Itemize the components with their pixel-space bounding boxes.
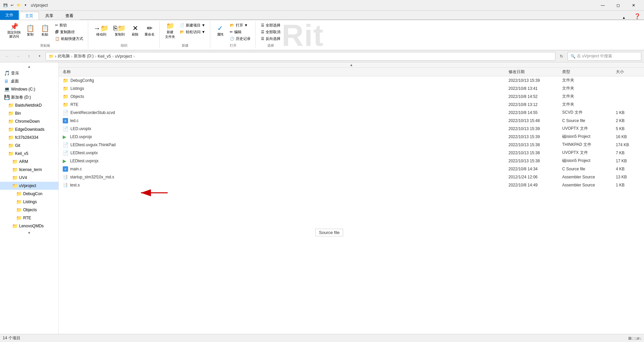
sidebar-item-keil-v5[interactable]: 📁 Keil_v5 xyxy=(0,150,58,158)
file-row[interactable]: c main.c 2022/10/8 14:34 C Source file 4… xyxy=(59,165,644,173)
paste-shortcut-button[interactable]: 📋 粘贴快捷方式 xyxy=(53,36,85,42)
clipboard-label: 剪贴板 xyxy=(5,43,85,49)
file-row[interactable]: 📁Objects 2022/10/8 14:52 文件夹 xyxy=(59,93,644,101)
uvprojx2-icon: ▶ xyxy=(63,158,68,164)
forward-button[interactable]: → xyxy=(13,52,23,61)
c-source-icon: c xyxy=(63,118,68,123)
select-all-button[interactable]: ☰ 全部选择 xyxy=(259,22,282,28)
sidebar-item-windows-c[interactable]: 💻 Windows (C:) xyxy=(0,85,58,93)
file-row[interactable]: ▶ LEDtest.uvprojx 2022/10/13 15:38 磁isio… xyxy=(59,157,644,165)
delete-button[interactable]: ✕ 刷除 xyxy=(128,21,142,40)
window-controls[interactable]: — ◻ ✕ xyxy=(595,0,641,11)
header-date[interactable]: 修改日期 xyxy=(507,69,561,75)
copy-path-button[interactable]: 🗐 复制路径 xyxy=(53,29,85,35)
sidebar-item-bin[interactable]: 📁 Bin xyxy=(0,109,58,117)
select-none-button[interactable]: ☰ 全部取消 xyxy=(259,29,282,35)
new-item-button[interactable]: 📄 新建项目 ▼ xyxy=(178,22,207,28)
file-row[interactable]: 📑 test.s 2022/10/8 14:49 Assembler Sourc… xyxy=(59,181,644,189)
sidebar-item-chromedown[interactable]: 📁 ChromeDown xyxy=(0,117,58,125)
file-row[interactable]: 📄EventRecorderStub.scvd 2022/10/8 14:55 … xyxy=(59,109,644,117)
sidebar-item-rte[interactable]: 📁 RTE xyxy=(0,214,58,222)
move-to-button[interactable]: →📁 移动到 xyxy=(92,21,111,40)
status-bar: 14 个项目 ⊞ ≡ CSDN xyxy=(0,334,644,342)
file-row[interactable]: 📁Listings 2022/10/8 13:41 文件夹 xyxy=(59,84,644,93)
header-type[interactable]: 类型 xyxy=(561,69,614,75)
organize-label: 组织 xyxy=(92,43,157,49)
new-folder-button[interactable]: 📁 新建文件夹 xyxy=(163,21,177,40)
sidebar-item-fc37b[interactable]: 📁 fc37b284334 xyxy=(0,133,58,141)
easy-access-button[interactable]: 📂 轻松访问 ▼ xyxy=(178,29,207,35)
copy-to-button[interactable]: ⎘📁 复制到 xyxy=(111,21,128,40)
sidebar-item-git[interactable]: 📁 Git xyxy=(0,141,58,150)
tab-file[interactable]: 文件 xyxy=(0,10,19,20)
back-button[interactable]: ← xyxy=(3,52,12,61)
rename-button[interactable]: ✏ 重命名 xyxy=(143,21,157,40)
breadcrumb-keil[interactable]: Keil_v5 xyxy=(98,54,111,59)
sidebar-item-license[interactable]: 📁 license_term xyxy=(0,166,58,174)
select-none-icon: ☰ xyxy=(261,30,264,34)
sidebar-item-baidunetdisk[interactable]: 📁 BaiduNetdiskD xyxy=(0,101,58,109)
open-button[interactable]: 📂 打开 ▼ xyxy=(228,22,253,28)
file-row[interactable]: 📄LEDtest.uvoptx 2022/10/13 15:38 UVOPTX … xyxy=(59,149,644,157)
sidebar-item-desktop[interactable]: 🖥 桌面 xyxy=(0,77,58,85)
breadcrumb-thispc[interactable]: 此电脑 xyxy=(58,53,70,59)
refresh-button[interactable]: ↻ xyxy=(557,52,566,61)
folder-icon-keil: 📁 xyxy=(8,151,14,156)
edit-button[interactable]: ✏ 编辑 xyxy=(228,29,253,35)
file-row[interactable]: ▶ LED.uvprojx 2022/10/13 15:39 磁ision5 P… xyxy=(59,133,644,141)
sidebar-item-new-vol-d[interactable]: 💾 新加卷 (D:) xyxy=(0,93,58,101)
header-size[interactable]: 大小 xyxy=(614,69,641,75)
invert-selection-button[interactable]: ☰ 反向选择 xyxy=(259,36,282,42)
save-icon[interactable]: 💾 xyxy=(3,3,8,8)
file-list-scroll-up[interactable]: ▲ xyxy=(59,62,644,68)
sidebar-item-lenovoqmd[interactable]: 📁 LenovoQMDs xyxy=(0,222,58,230)
close-button[interactable]: ✕ xyxy=(626,0,641,11)
search-icon: 🔍 xyxy=(571,54,576,59)
minimize-button[interactable]: — xyxy=(595,0,610,11)
history-button[interactable]: 🕐 历史记录 xyxy=(228,36,253,42)
open-small-buttons: 📂 打开 ▼ ✏ 编辑 🕐 历史记录 xyxy=(228,21,253,42)
address-input[interactable]: 📁 › 此电脑 › 新加卷 (D:) › Keil_v5 › uVproject… xyxy=(46,52,555,61)
new-small-buttons: 📄 新建项目 ▼ 📂 轻松访问 ▼ xyxy=(178,21,207,35)
file-row[interactable]: 📄LED.uvoptx 2022/10/13 15:39 UVOPTX 文件 5… xyxy=(59,125,644,133)
file-row-startup[interactable]: 📑 startup_stm32f10x_md.s 2012/1/24 12:06… xyxy=(59,173,644,181)
properties-button[interactable]: ✓ 属性 xyxy=(214,21,227,40)
folder-icon-objects: 📁 xyxy=(16,207,22,213)
sidebar-item-uvproject[interactable]: 📁 uVproject xyxy=(0,182,58,190)
pin-to-quickaccess-button[interactable]: 📌 固定到快速访问 xyxy=(5,21,23,40)
sidebar-item-uv4[interactable]: 📁 UV4 xyxy=(0,174,58,182)
sidebar-scroll-down[interactable]: ▼ xyxy=(0,230,58,235)
ribbon-group-organize: →📁 移动到 ⎘📁 复制到 ✕ 刷除 ✏ 重命名 组织 xyxy=(89,21,160,49)
ribbon-tabs: 文件 主页 共享 查看 ▲ ❓ xyxy=(0,11,644,20)
sidebar-item-objects[interactable]: 📁 Objects xyxy=(0,206,58,214)
dropdown-icon[interactable]: ▼ xyxy=(23,3,28,8)
file-row[interactable]: 📁DebugConfig 2022/10/13 15:39 文件夹 xyxy=(59,76,644,84)
tab-home[interactable]: 主页 xyxy=(19,12,39,20)
ribbon-collapse-btn[interactable]: ▲ xyxy=(617,16,631,20)
help-button[interactable]: ❓ xyxy=(631,13,644,20)
paste-button[interactable]: 📋 粘贴 xyxy=(38,21,52,40)
tab-view[interactable]: 查看 xyxy=(60,12,79,20)
breadcrumb-uvproject[interactable]: uVproject xyxy=(115,54,132,59)
sidebar-item-listings[interactable]: 📁 Listings xyxy=(0,198,58,206)
sidebar-item-edgedownload[interactable]: 📁 EdgeDownloads xyxy=(0,125,58,133)
file-row[interactable]: 📁RTE 2022/10/8 13:12 文件夹 xyxy=(59,101,644,109)
file-row[interactable]: 📄LEDtest.uvguix.ThinkPad 2022/10/13 15:3… xyxy=(59,141,644,149)
up-button[interactable]: ↑ xyxy=(24,52,34,61)
restore-button[interactable]: ◻ xyxy=(610,0,626,11)
sidebar-item-arm[interactable]: 📁 ARM xyxy=(0,158,58,166)
cut-button[interactable]: ✂ 剪切 xyxy=(53,22,85,28)
recent-locations-button[interactable]: ▼ xyxy=(35,52,44,61)
header-name[interactable]: 名称 xyxy=(61,69,507,75)
sidebar-scroll-up[interactable]: ▲ xyxy=(0,64,58,69)
search-box[interactable]: 🔍 在 uVproject 中搜索 xyxy=(568,52,641,61)
title-bar-quick-access[interactable]: 💾 ↩ 📁 ▼ xyxy=(3,3,28,8)
breadcrumb-newvol[interactable]: 新加卷 (D:) xyxy=(74,53,94,59)
undo-icon[interactable]: ↩ xyxy=(9,3,15,8)
breadcrumb: 📁 › 此电脑 › 新加卷 (D:) › Keil_v5 › uVproject… xyxy=(49,53,135,59)
copy-button[interactable]: 📋 复制 xyxy=(23,21,37,40)
file-row[interactable]: c led.c 2022/10/13 15:48 C Source file 2… xyxy=(59,117,644,125)
sidebar-item-debugcon[interactable]: 📁 DebugCon xyxy=(0,190,58,198)
tab-share[interactable]: 共享 xyxy=(40,12,59,20)
sidebar-item-music[interactable]: 🎵 音乐 xyxy=(0,69,58,77)
